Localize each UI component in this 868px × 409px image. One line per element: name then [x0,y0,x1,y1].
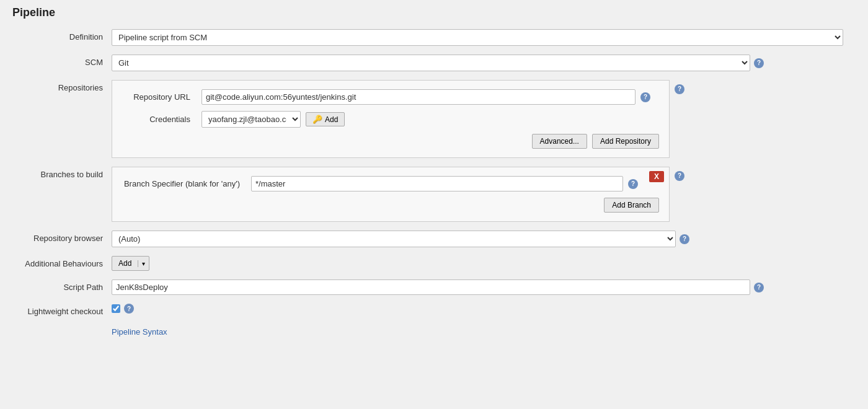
lightweight-checkout-help-icon[interactable]: ? [124,304,134,314]
scm-help-icon[interactable]: ? [754,58,764,68]
repositories-label: Repositories [12,80,112,92]
scm-select[interactable]: Git [112,55,750,71]
lightweight-checkout-control: ? [112,304,856,314]
scm-row: SCM Git ? [12,55,856,71]
repo-actions: Advanced... Add Repository [122,134,659,149]
credentials-row: Credentials yaofang.zjl@taobao.com 🔑 Add [122,111,659,128]
repo-url-help-icon[interactable]: ? [640,92,650,102]
lightweight-checkout-row: Lightweight checkout ? [12,304,856,316]
script-path-input[interactable] [112,279,750,295]
branch-actions: Add Branch [122,198,659,213]
repo-url-label: Repository URL [122,92,197,102]
script-path-row: Script Path ? [12,279,856,295]
repo-browser-row: Repository browser (Auto) ? [12,231,856,247]
repositories-help-icon[interactable]: ? [675,84,684,94]
additional-behaviours-add-button[interactable]: Add ▾ [112,256,149,271]
scm-label: SCM [12,55,112,67]
definition-label: Definition [12,29,112,42]
delete-branch-button[interactable]: X [649,171,664,182]
additional-behaviours-row: Additional Behaviours Add ▾ [12,256,856,271]
script-path-control: ? [112,279,856,295]
repo-browser-select[interactable]: (Auto) [112,231,676,247]
add-branch-button[interactable]: Add Branch [604,198,659,213]
branches-section: Branches to build X Branch Specifier (bl… [12,167,856,222]
key-icon: 🔑 [312,115,322,124]
page-title: Pipeline [12,6,856,19]
credentials-add-button[interactable]: 🔑 Add [306,112,345,126]
credentials-select[interactable]: yaofang.zjl@taobao.com [202,111,301,128]
credentials-label: Credentials [122,115,197,124]
scm-control: Git ? [112,55,856,71]
checkbox-row [112,304,120,313]
advanced-button[interactable]: Advanced... [532,134,587,149]
definition-row: Definition Pipeline script from SCM [12,29,856,46]
branches-box: X Branch Specifier (blank for 'any') ? A… [112,167,670,222]
repo-browser-label: Repository browser [12,231,112,243]
lightweight-checkout-label: Lightweight checkout [12,304,112,316]
repositories-box: Repository URL ? Credentials yaofang.zjl… [112,80,670,158]
repo-browser-control: (Auto) ? [112,231,856,247]
lightweight-checkout-checkbox[interactable] [112,304,120,313]
branches-help-icon[interactable]: ? [675,171,684,181]
repositories-help-icon-wrap: ? [675,80,684,94]
definition-select[interactable]: Pipeline script from SCM [112,29,843,46]
pipeline-syntax-link[interactable]: Pipeline Syntax [112,327,167,336]
additional-behaviours-control: Add ▾ [112,256,856,271]
additional-behaviours-label: Additional Behaviours [12,256,112,268]
branch-specifier-label: Branch Specifier (blank for 'any') [122,179,246,188]
script-path-help-icon[interactable]: ? [754,283,764,292]
definition-control: Pipeline script from SCM [112,29,856,46]
add-text: Add [112,259,138,268]
add-repository-button[interactable]: Add Repository [592,134,659,149]
repositories-section: Repositories Repository URL ? Credential… [12,80,856,158]
branch-specifier-row: Branch Specifier (blank for 'any') ? [122,176,659,191]
repo-url-input[interactable] [202,89,636,105]
add-btn-label: Add [325,115,338,124]
repo-url-row: Repository URL ? [122,89,659,105]
branches-label: Branches to build [12,167,112,179]
branches-help-icon-wrap: ? [675,167,684,181]
repo-browser-help-icon[interactable]: ? [680,234,689,244]
script-path-label: Script Path [12,279,112,292]
branch-specifier-help-icon[interactable]: ? [628,179,638,189]
branch-specifier-input[interactable] [251,176,623,191]
dropdown-caret-icon: ▾ [138,260,149,267]
